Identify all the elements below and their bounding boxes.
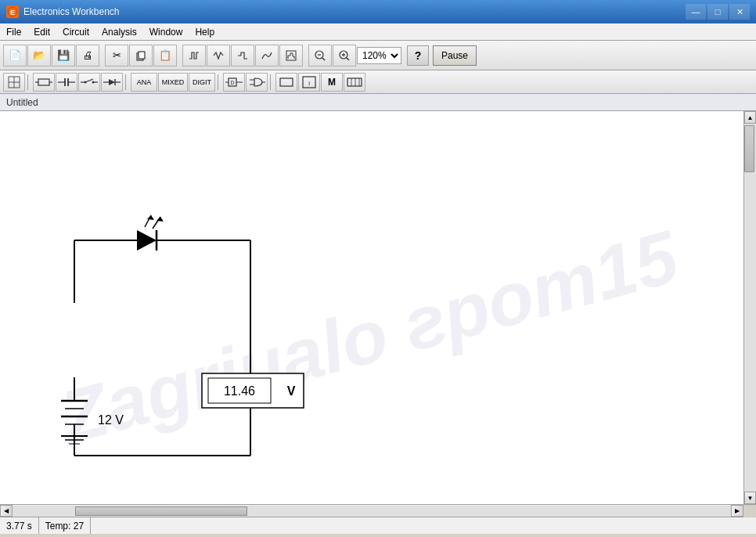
time-value: 3.77 s <box>6 521 32 532</box>
menu-edit[interactable]: Edit <box>27 23 56 40</box>
svg-marker-64 <box>137 230 157 250</box>
7seg-btn[interactable]: I <box>298 73 320 92</box>
save-button[interactable]: 💾 <box>52 45 75 67</box>
help-button[interactable]: ? <box>407 45 429 66</box>
scroll-left-arrow[interactable]: ◀ <box>0 505 13 517</box>
ana-btn[interactable]: ANA <box>131 73 157 92</box>
analysis-button[interactable] <box>279 45 303 67</box>
svg-text:E: E <box>10 9 15 16</box>
menu-analysis[interactable]: Analysis <box>95 23 143 40</box>
maximize-button[interactable]: □ <box>707 4 728 20</box>
zoom-select[interactable]: 50% 75% 100% 120% 150% 200% <box>357 47 401 64</box>
document-title: Untitled <box>6 97 38 108</box>
sep1 <box>27 74 31 90</box>
gate2-btn[interactable] <box>246 73 268 92</box>
paste-button[interactable]: 📋 <box>153 45 177 67</box>
toolbar-components: ANA MIXED DIGIT D I M <box>0 70 756 94</box>
m-display-btn[interactable]: M <box>321 73 343 92</box>
canvas-wrapper: Zagriualo грот15 <box>0 111 743 504</box>
close-button[interactable]: ✕ <box>729 4 750 20</box>
menu-window[interactable]: Window <box>143 23 189 40</box>
svg-text:I: I <box>308 80 310 87</box>
capacitor-btn[interactable] <box>56 73 77 92</box>
app-icon: E <box>6 5 19 18</box>
svg-line-7 <box>322 58 325 60</box>
scroll-track-h[interactable] <box>13 506 731 517</box>
document-tab-bar: Untitled <box>0 94 756 111</box>
zoom-in-button[interactable] <box>333 45 356 67</box>
resistor-btn[interactable] <box>33 73 55 92</box>
svg-marker-69 <box>147 215 154 220</box>
circuit-canvas[interactable]: Zagriualo грот15 <box>0 111 743 504</box>
svg-line-25 <box>85 79 93 82</box>
menu-help[interactable]: Help <box>189 23 221 40</box>
sep4 <box>270 74 273 90</box>
zoom-out-button[interactable] <box>308 45 332 67</box>
toolbar-main: 📄 📂 💾 🖨 ✂ 📋 50% 75% 100% 120% 150% 200% … <box>0 41 756 70</box>
app-title: Electronics Workbench <box>23 6 686 17</box>
svg-text:12 V: 12 V <box>98 413 124 427</box>
svg-text:V: V <box>287 384 296 398</box>
new-button[interactable]: 📄 <box>3 45 27 67</box>
digit-btn[interactable]: DIGIT <box>189 73 215 92</box>
svg-text:11.46: 11.46 <box>224 384 255 398</box>
svg-text:D: D <box>230 80 234 85</box>
scroll-up-arrow[interactable]: ▲ <box>744 111 756 124</box>
switch-btn[interactable] <box>78 73 100 92</box>
led-btn[interactable] <box>275 73 297 92</box>
scroll-right-arrow[interactable]: ▶ <box>731 505 743 517</box>
scroll-thumb-h[interactable] <box>75 506 247 516</box>
diode-btn[interactable] <box>101 73 123 92</box>
scroll-thumb-v[interactable] <box>744 125 754 172</box>
osc1-button[interactable] <box>182 45 206 67</box>
lcd-btn[interactable] <box>344 73 365 92</box>
main-area: Zagriualo грот15 <box>0 111 756 504</box>
print-button[interactable]: 🖨 <box>76 45 99 67</box>
mixed-btn[interactable]: MIXED <box>158 73 188 92</box>
temp-value: Temp: 27 <box>45 521 84 532</box>
open-button[interactable]: 📂 <box>27 45 51 67</box>
scroll-track-v[interactable] <box>744 124 756 492</box>
svg-marker-68 <box>157 217 164 222</box>
title-bar: E Electronics Workbench — □ ✕ <box>0 0 756 23</box>
copy-button[interactable] <box>129 45 153 67</box>
menu-bar: File Edit Circuit Analysis Window Help <box>0 23 756 41</box>
menu-circuit[interactable]: Circuit <box>56 23 95 40</box>
scroll-down-arrow[interactable]: ▼ <box>744 492 756 504</box>
scroll-corner <box>743 505 756 517</box>
horizontal-scrollbar: ◀ ▶ <box>0 504 756 517</box>
menu-file[interactable]: File <box>0 23 27 40</box>
osc2-button[interactable] <box>207 45 230 67</box>
gate-d-btn[interactable]: D <box>223 73 245 92</box>
cut-button[interactable]: ✂ <box>105 45 128 67</box>
sep3 <box>218 74 221 90</box>
status-temp: Temp: 27 <box>39 517 91 534</box>
svg-rect-3 <box>139 52 145 59</box>
svg-rect-39 <box>280 78 293 86</box>
svg-marker-29 <box>109 79 115 85</box>
svg-text:Zagriualo грот15: Zagriualo грот15 <box>49 214 687 460</box>
signal-button[interactable] <box>231 45 254 67</box>
svg-rect-17 <box>38 79 49 85</box>
vertical-scrollbar[interactable]: ▲ ▼ <box>743 111 756 504</box>
pause-button[interactable]: Pause <box>433 45 477 66</box>
sep2 <box>125 74 128 90</box>
status-time: 3.77 s <box>0 517 39 534</box>
component-select[interactable] <box>3 73 25 92</box>
bode-button[interactable] <box>255 45 279 67</box>
minimize-button[interactable]: — <box>686 4 706 20</box>
svg-line-11 <box>347 58 349 60</box>
window-controls: — □ ✕ <box>686 4 750 20</box>
status-bar: 3.77 s Temp: 27 <box>0 517 756 534</box>
